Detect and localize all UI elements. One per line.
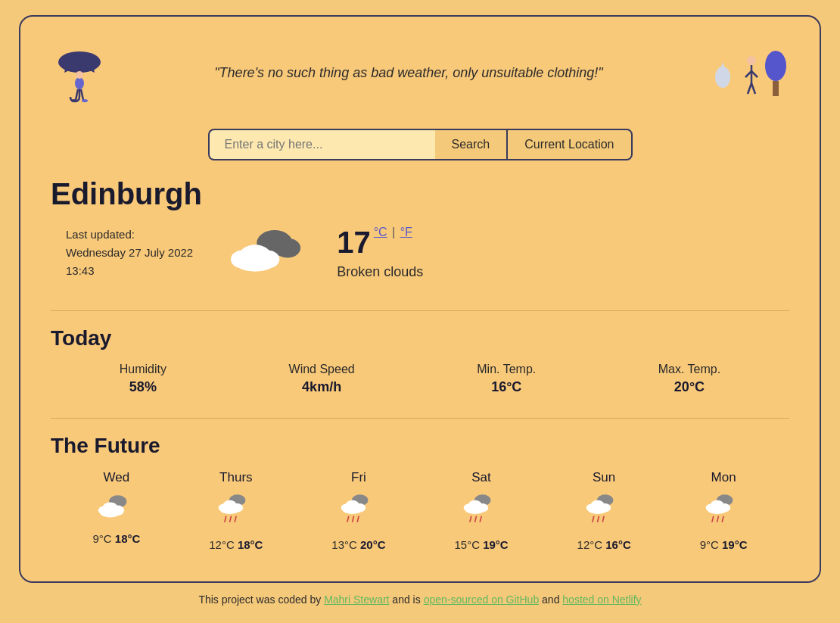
- svg-point-66: [708, 506, 726, 514]
- svg-line-44: [353, 516, 354, 522]
- svg-line-68: [717, 516, 719, 522]
- header-area: "There's no such thing as bad weather, o…: [51, 32, 789, 115]
- section-divider-future: [51, 418, 789, 419]
- current-location-button[interactable]: Current Location: [506, 129, 632, 160]
- search-button[interactable]: Search: [435, 129, 507, 160]
- forecast-day-name: Mon: [711, 470, 736, 485]
- svg-line-43: [347, 516, 349, 522]
- wind-label: Wind Speed: [289, 363, 355, 376]
- city-search-input[interactable]: [208, 129, 435, 160]
- svg-line-4: [76, 89, 78, 100]
- forecast-weather-icon: [340, 491, 378, 532]
- forecast-temps: 12°C 18°C: [209, 538, 263, 551]
- fahrenheit-link[interactable]: °F: [400, 226, 412, 238]
- svg-line-14: [748, 83, 751, 94]
- footer-text-middle: and is: [389, 593, 423, 606]
- humidity-value: 58%: [120, 379, 166, 395]
- forecast-max-temp: 18°C: [238, 538, 263, 551]
- svg-line-15: [751, 83, 755, 94]
- forecast-day-name: Sat: [471, 470, 491, 485]
- future-section: The Future Wed 9°C 18°C Thurs: [51, 434, 789, 551]
- section-divider-today: [51, 310, 789, 311]
- github-link[interactable]: open-sourced on GitHub: [424, 593, 540, 606]
- forecast-temps: 13°C 20°C: [331, 538, 385, 551]
- forecast-min-temp: 12°C: [577, 538, 603, 551]
- search-row: Search Current Location: [51, 129, 789, 160]
- forecast-max-temp: 19°C: [483, 538, 509, 551]
- header-quote: "There's no such thing as bad weather, o…: [119, 65, 698, 81]
- today-section: Today Humidity 58% Wind Speed 4km/h Min.…: [51, 326, 789, 395]
- umbrella-person-illustration: [51, 39, 111, 107]
- forecast-temps: 15°C 19°C: [454, 538, 508, 551]
- forecast-day-name: Sun: [593, 470, 615, 485]
- forecast-min-temp: 9°C: [700, 538, 719, 551]
- author-link[interactable]: Mahri Stewart: [324, 593, 389, 606]
- netlify-link[interactable]: hosted on Netlify: [562, 593, 641, 606]
- min-temp-value: 16°C: [477, 379, 536, 395]
- forecast-day-name: Wed: [104, 470, 130, 485]
- min-temp-label: Min. Temp.: [477, 363, 536, 376]
- max-temp-stat: Max. Temp. 20°C: [658, 363, 720, 395]
- last-updated: Last updated: Wednesday 27 July 2022 13:…: [66, 226, 193, 280]
- temperature-description: 17 °C | °F Broken clouds: [337, 226, 423, 280]
- forecast-day: Fri 13°C 20°C: [331, 470, 385, 551]
- svg-point-16: [765, 51, 786, 81]
- forecast-grid: Wed 9°C 18°C Thurs 12°C 18°C: [51, 470, 789, 551]
- forecast-weather-icon: [462, 491, 500, 532]
- max-temp-label: Max. Temp.: [658, 363, 720, 376]
- svg-point-58: [588, 506, 607, 514]
- temperature-display: 17 °C | °F: [337, 226, 423, 260]
- forecast-min-temp: 15°C: [454, 538, 480, 551]
- wind-stat: Wind Speed 4km/h: [289, 363, 355, 395]
- humidity-stat: Humidity 58%: [120, 363, 166, 395]
- svg-line-5: [81, 89, 83, 100]
- svg-point-42: [343, 506, 362, 514]
- forecast-temps: 12°C 16°C: [577, 538, 631, 551]
- footer-text-before: This project was coded by: [198, 593, 324, 606]
- person-tree-illustration: [706, 39, 789, 107]
- forecast-weather-icon: [705, 491, 742, 532]
- main-card: "There's no such thing as bad weather, o…: [19, 15, 821, 583]
- forecast-min-temp: 9°C: [92, 532, 111, 545]
- max-temp-value: 20°C: [658, 379, 720, 395]
- forecast-max-temp: 16°C: [605, 538, 631, 551]
- svg-line-60: [598, 516, 599, 522]
- forecast-temps: 9°C 18°C: [92, 532, 140, 545]
- footer-text-end: and: [539, 593, 562, 606]
- svg-line-36: [229, 516, 231, 522]
- today-title: Today: [51, 326, 789, 350]
- svg-line-69: [722, 516, 723, 522]
- forecast-weather-icon: [98, 491, 135, 526]
- svg-line-53: [480, 516, 481, 522]
- svg-line-59: [593, 516, 594, 522]
- forecast-min-temp: 13°C: [331, 538, 357, 551]
- svg-point-34: [220, 506, 239, 514]
- forecast-max-temp: 20°C: [360, 538, 386, 551]
- svg-line-45: [357, 516, 359, 522]
- forecast-day: Wed 9°C 18°C: [92, 470, 140, 551]
- wind-value: 4km/h: [289, 379, 355, 395]
- svg-point-2: [75, 77, 84, 89]
- today-stats: Humidity 58% Wind Speed 4km/h Min. Temp.…: [51, 363, 789, 395]
- svg-line-52: [475, 516, 477, 522]
- forecast-day: Thurs 12°C 18°C: [209, 470, 263, 551]
- current-weather: Last updated: Wednesday 27 July 2022 13:…: [51, 219, 789, 288]
- svg-line-51: [470, 516, 471, 522]
- svg-point-10: [747, 56, 756, 65]
- svg-point-19: [275, 238, 300, 257]
- forecast-temps: 9°C 19°C: [700, 538, 748, 551]
- min-temp-stat: Min. Temp. 16°C: [477, 363, 536, 395]
- svg-line-61: [602, 516, 604, 522]
- future-title: The Future: [51, 434, 789, 458]
- celsius-link[interactable]: °C: [374, 226, 387, 238]
- svg-point-3: [76, 71, 83, 79]
- svg-line-37: [235, 516, 236, 522]
- forecast-weather-icon: [585, 491, 623, 532]
- forecast-min-temp: 12°C: [209, 538, 235, 551]
- forecast-day: Sun 12°C 16°C: [577, 470, 631, 551]
- svg-line-67: [712, 516, 714, 522]
- forecast-day-name: Fri: [351, 470, 366, 485]
- svg-line-35: [225, 516, 226, 522]
- svg-rect-17: [773, 81, 779, 96]
- city-name: Edinburgh: [51, 177, 789, 211]
